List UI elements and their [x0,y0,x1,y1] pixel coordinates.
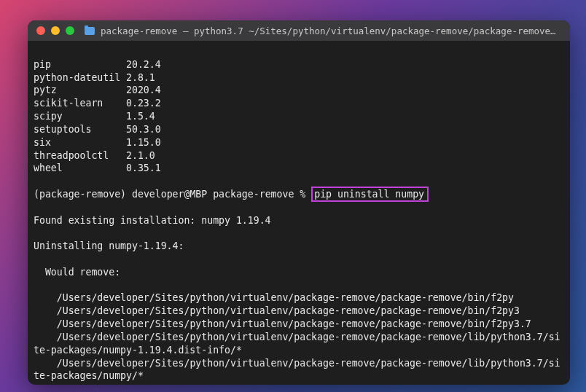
package-row: setuptools 50.3.0 [34,123,564,136]
prompt-userhost: developer@MBP [132,189,207,200]
terminal-output[interactable]: pip 20.2.4python-dateutil 2.8.1pytz 2020… [28,41,570,385]
output-path: /Users/developer/Sites/python/virtualenv… [34,331,564,357]
package-row: threadpoolctl 2.1.0 [34,149,564,162]
minimize-icon[interactable] [51,26,60,35]
prompt-symbol: % [300,189,305,200]
output-path: /Users/developer/Sites/python/virtualenv… [34,318,564,331]
package-row: scipy 1.5.4 [34,110,564,123]
folder-icon [85,27,95,35]
output-paths: /Users/developer/Sites/python/virtualenv… [34,291,564,383]
close-icon[interactable] [36,26,45,35]
prompt-cwd: package-remove [213,189,294,200]
window-controls [36,26,74,35]
package-row: python-dateutil 2.8.1 [34,71,564,85]
output-path: /Users/developer/Sites/python/virtualenv… [34,357,564,383]
title-bar: package-remove — python3.7 ~/Sites/pytho… [28,20,570,41]
output-found: Found existing installation: numpy 1.19.… [34,214,564,227]
output-uninstalling: Uninstalling numpy-1.19.4: [34,240,564,253]
package-list: pip 20.2.4python-dateutil 2.8.1pytz 2020… [34,58,564,175]
command-text: pip uninstall numpy [314,189,424,200]
prompt-line: (package-remove) developer@MBP package-r… [34,188,564,201]
command-highlight: pip uninstall numpy [311,187,429,202]
package-row: pip 20.2.4 [34,58,564,71]
maximize-icon[interactable] [66,26,74,35]
output-would-remove: Would remove: [34,266,564,279]
terminal-window: package-remove — python3.7 ~/Sites/pytho… [28,20,570,385]
prompt-env: (package-remove) [34,189,126,200]
window-title: package-remove — python3.7 ~/Sites/pytho… [101,26,561,36]
output-path: /Users/developer/Sites/python/virtualenv… [34,291,564,305]
package-row: pytz 2020.4 [34,84,564,97]
package-row: six 1.15.0 [34,136,564,149]
output-path: /Users/developer/Sites/python/virtualenv… [34,305,564,318]
package-row: wheel 0.35.1 [34,162,564,175]
package-row: scikit-learn 0.23.2 [34,97,564,110]
